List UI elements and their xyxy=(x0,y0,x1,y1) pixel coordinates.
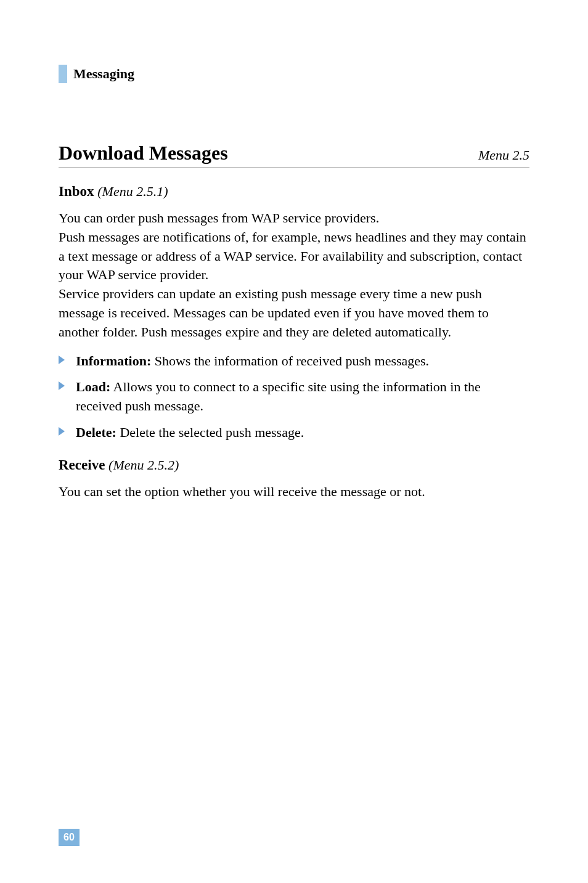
section-marker xyxy=(59,65,67,83)
bullet-label: Delete: xyxy=(76,425,116,440)
inbox-menu-ref: (Menu 2.5.1) xyxy=(97,184,168,199)
inbox-title: Inbox xyxy=(59,184,94,199)
receive-title: Receive xyxy=(59,457,105,473)
list-item: Information: Shows the information of re… xyxy=(59,352,529,371)
list-item: Delete: Delete the selected push message… xyxy=(59,423,529,442)
receive-paragraph: You can set the option whether you will … xyxy=(59,482,529,502)
main-heading: Download Messages xyxy=(59,142,228,165)
section-header: Messaging xyxy=(59,65,529,83)
bullet-text: Delete the selected push message. xyxy=(116,425,304,440)
page-number: 60 xyxy=(59,829,80,846)
menu-reference: Menu 2.5 xyxy=(478,147,529,163)
bullet-text: Shows the information of received push m… xyxy=(151,353,429,368)
triangle-bullet-icon xyxy=(59,381,65,390)
triangle-bullet-icon xyxy=(59,427,65,436)
receive-heading: Receive (Menu 2.5.2) xyxy=(59,457,529,473)
inbox-heading: Inbox (Menu 2.5.1) xyxy=(59,184,529,200)
receive-menu-ref: (Menu 2.5.2) xyxy=(108,457,179,473)
section-title: Messaging xyxy=(73,66,134,82)
list-item: Load: Allows you to connect to a specifi… xyxy=(59,378,529,416)
bullet-label: Load: xyxy=(76,379,110,394)
bullet-text: Allows you to connect to a specific site… xyxy=(76,379,481,413)
main-heading-row: Download Messages Menu 2.5 xyxy=(59,142,529,168)
bullet-label: Information: xyxy=(76,353,151,368)
inbox-bullet-list: Information: Shows the information of re… xyxy=(59,352,529,442)
triangle-bullet-icon xyxy=(59,356,65,364)
inbox-paragraph: You can order push messages from WAP ser… xyxy=(59,209,529,342)
